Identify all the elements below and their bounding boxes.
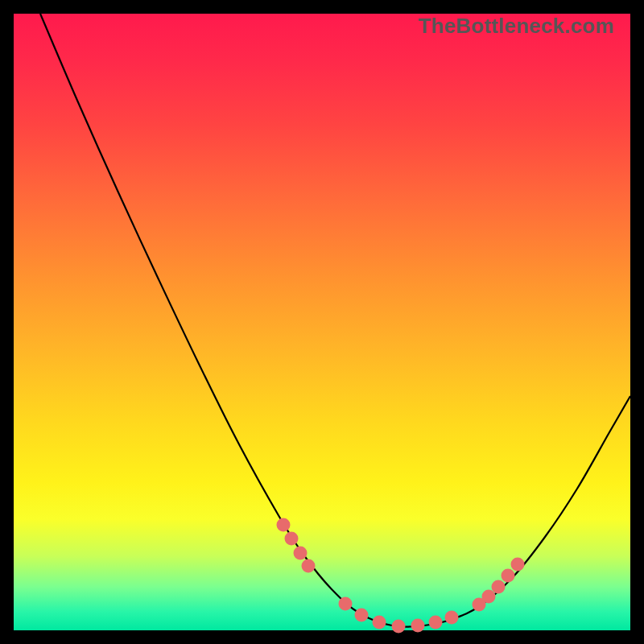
data-dot [302, 559, 316, 573]
data-dot [392, 620, 406, 634]
data-dot [294, 547, 308, 560]
data-dot [492, 580, 506, 594]
curve-svg [14, 14, 630, 630]
bottleneck-curve [40, 14, 630, 627]
data-dots [277, 518, 525, 634]
plot-area: TheBottleneck.com [14, 14, 630, 630]
data-dot [502, 569, 515, 583]
data-dot [373, 616, 386, 630]
data-dot [511, 558, 525, 572]
data-dot [429, 616, 443, 630]
data-dot [355, 609, 369, 622]
data-dot [411, 619, 425, 633]
data-dot [445, 611, 459, 625]
data-dot [482, 590, 496, 604]
chart-frame: TheBottleneck.com [0, 0, 644, 644]
data-dot [277, 518, 291, 532]
data-dot [285, 532, 299, 546]
data-dot [339, 597, 353, 611]
